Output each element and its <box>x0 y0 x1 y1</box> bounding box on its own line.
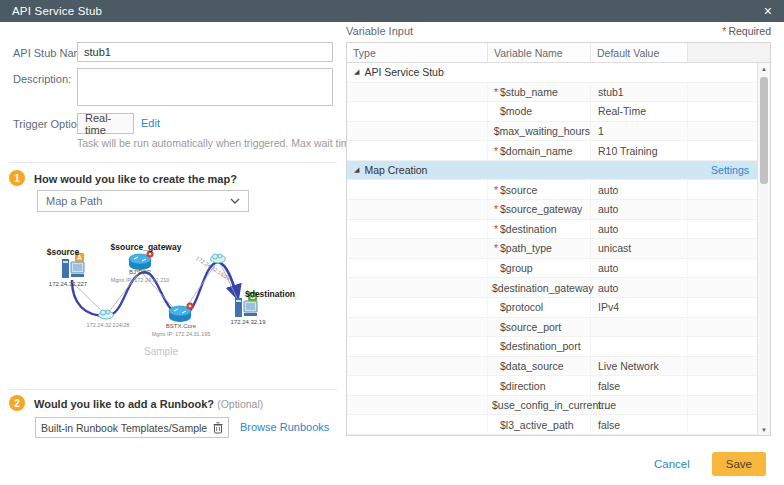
map-question-text: How would you like to create the map? <box>34 173 237 185</box>
scrollbar-thumb[interactable] <box>760 77 768 184</box>
extra-cell <box>688 337 757 356</box>
runbook-question-text: Would you like to add a Runbook? (Option… <box>34 398 263 410</box>
save-button[interactable]: Save <box>712 452 766 476</box>
variable-table-body: ◢API Service Stub*$stub_namestub1$modeRe… <box>347 63 757 435</box>
group-row-api-service-stub[interactable]: ◢API Service Stub <box>347 63 757 83</box>
source-gateway-label: $source_gateway <box>111 242 182 252</box>
scroll-down-icon[interactable]: ▼ <box>758 424 770 435</box>
variable-name: $path_type <box>500 242 552 254</box>
core-mgmt-ip: Mgmt IP: 172.24.31.195 <box>152 331 211 337</box>
runbook-select-box[interactable]: Built-in Runbook Templates/Sample Runbo.… <box>35 417 229 438</box>
step-1-badge: 1 <box>9 170 25 186</box>
variable-name: $protocol <box>500 301 543 313</box>
column-header-default-value: Default Value <box>591 43 688 62</box>
default-value-cell: auto <box>591 220 688 239</box>
type-cell <box>347 376 488 395</box>
cloud1-icon <box>99 310 114 319</box>
variable-name-cell: *$destination <box>488 220 591 239</box>
variable-name: $group <box>500 262 533 274</box>
variable-name: $source <box>500 184 537 196</box>
variable-row-l3-active-path[interactable]: $l3_active_pathfalse <box>347 415 757 435</box>
cancel-button[interactable]: Cancel <box>654 458 690 470</box>
stub-name-input[interactable] <box>77 42 333 62</box>
scroll-up-icon[interactable]: ▲ <box>758 63 770 74</box>
destination-label: $destination <box>245 289 295 299</box>
variable-row-destination-port[interactable]: $destination_port <box>347 337 757 357</box>
extra-cell <box>688 318 757 337</box>
default-value-cell: auto <box>591 180 688 199</box>
default-value-cell: unicast <box>591 239 688 258</box>
variable-name-cell: $max_waiting_hours <box>488 122 591 141</box>
browse-runbooks-link[interactable]: Browse Runbooks <box>240 421 329 433</box>
delete-runbook-icon[interactable] <box>213 422 223 434</box>
default-value-cell: true <box>591 396 688 415</box>
dialog-title: API Service Stub <box>12 5 102 17</box>
extra-cell <box>688 278 757 297</box>
collapse-triangle-icon[interactable]: ◢ <box>354 166 359 174</box>
cloud1-label: 172.24.32.224/28 <box>87 322 130 328</box>
group-row-map-creation[interactable]: ◢Map CreationSettings <box>347 161 757 181</box>
extra-cell <box>688 220 757 239</box>
optional-note: (Optional) <box>217 398 263 410</box>
extra-cell <box>688 415 757 434</box>
close-icon[interactable]: × <box>764 4 772 18</box>
type-cell <box>347 141 488 160</box>
default-value-cell: false <box>591 376 688 395</box>
variable-name: $direction <box>500 380 546 392</box>
table-scrollbar[interactable]: ▲ ▼ <box>757 63 770 435</box>
variable-row-destination[interactable]: *$destinationauto <box>347 220 757 240</box>
dialog-titlebar: API Service Stub × <box>0 0 784 22</box>
variable-name-cell: $protocol <box>488 298 591 317</box>
variable-row-path-type[interactable]: *$path_typeunicast <box>347 239 757 259</box>
type-cell <box>347 318 488 337</box>
column-header-type: Type <box>347 43 488 62</box>
default-value-cell <box>591 337 688 356</box>
extra-cell <box>688 141 757 160</box>
collapse-triangle-icon[interactable]: ◢ <box>354 68 359 76</box>
variable-row-direction[interactable]: $directionfalse <box>347 376 757 396</box>
edit-trigger-link[interactable]: Edit <box>141 117 160 129</box>
variable-name-cell: $source_port <box>488 318 591 337</box>
variable-name-cell: *$domain_name <box>488 141 591 160</box>
variable-name: $source_port <box>500 321 561 333</box>
topology-links <box>72 265 237 313</box>
trigger-option-value: Real-time <box>77 113 134 134</box>
extra-cell <box>688 83 757 102</box>
type-cell <box>347 102 488 121</box>
description-textarea[interactable] <box>77 68 333 106</box>
group-settings-link[interactable]: Settings <box>711 164 749 176</box>
section-divider-2 <box>10 389 337 390</box>
map-type-dropdown[interactable]: Map a Path <box>37 190 249 212</box>
variable-row-stub-name[interactable]: *$stub_namestub1 <box>347 83 757 103</box>
trigger-option-label: Trigger Option: <box>13 118 86 130</box>
variable-row-source-port[interactable]: $source_port <box>347 318 757 338</box>
source-ip: 172.24.32.227 <box>49 281 88 287</box>
variable-row-group[interactable]: $groupauto <box>347 259 757 279</box>
type-cell <box>347 239 488 258</box>
chevron-down-icon <box>230 198 240 204</box>
variable-row-data-source[interactable]: $data_sourceLive Network <box>347 357 757 377</box>
variable-row-domain-name[interactable]: *$domain_nameR10 Training <box>347 141 757 161</box>
section-divider-1 <box>10 162 337 163</box>
required-asterisk: * <box>490 223 498 235</box>
type-cell <box>347 415 488 434</box>
default-value-cell: R10 Training <box>591 141 688 160</box>
variable-name-cell: *$source_gateway <box>488 200 591 219</box>
variable-row-mode[interactable]: $modeReal-Time <box>347 102 757 122</box>
cloud2-icon <box>211 254 226 263</box>
variable-row-source[interactable]: *$sourceauto <box>347 180 757 200</box>
variable-name-cell: $mode <box>488 102 591 121</box>
variable-name: $max_waiting_hours <box>494 125 590 137</box>
variable-row-use-config-in-current[interactable]: $use_config_in_current...true <box>347 396 757 416</box>
type-cell <box>347 220 488 239</box>
variable-row-max-waiting-hours[interactable]: $max_waiting_hours1 <box>347 122 757 142</box>
variable-row-protocol[interactable]: $protocolIPv4 <box>347 298 757 318</box>
default-value-cell: IPv4 <box>591 298 688 317</box>
destination-ip: 172.24.32.19 <box>230 319 266 325</box>
extra-cell <box>688 239 757 258</box>
variable-row-destination-gateway[interactable]: $destination_gatewayauto <box>347 278 757 298</box>
core-name: BSTX.Core <box>166 323 197 329</box>
type-cell <box>347 122 488 141</box>
variable-row-source-gateway[interactable]: *$source_gatewayauto <box>347 200 757 220</box>
trigger-hint-text: Task will be run automatically when trig… <box>77 137 386 149</box>
